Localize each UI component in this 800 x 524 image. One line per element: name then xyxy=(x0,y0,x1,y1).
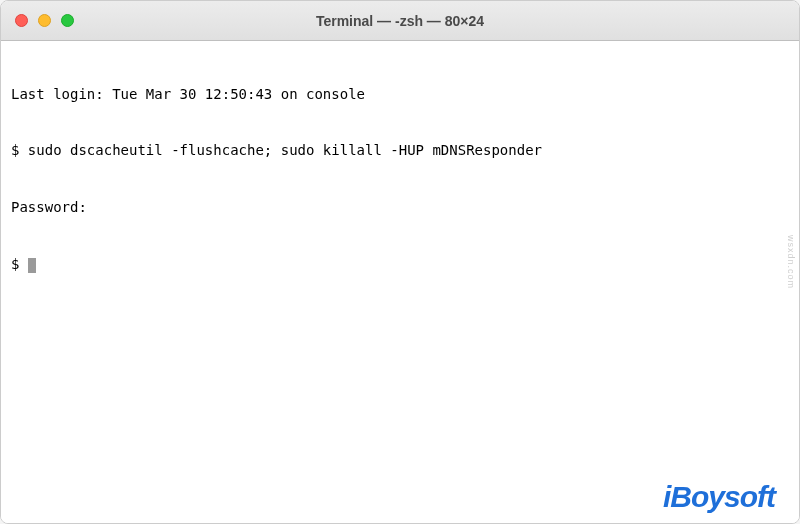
traffic-lights xyxy=(15,14,74,27)
terminal-line-prompt: $ xyxy=(11,255,789,274)
close-icon[interactable] xyxy=(15,14,28,27)
terminal-window: Terminal — -zsh — 80×24 Last login: Tue … xyxy=(0,0,800,524)
terminal-line-command: $ sudo dscacheutil -flushcache; sudo kil… xyxy=(11,141,789,160)
side-label: wsxdn.com xyxy=(786,235,796,289)
minimize-icon[interactable] xyxy=(38,14,51,27)
maximize-icon[interactable] xyxy=(61,14,74,27)
terminal-body[interactable]: Last login: Tue Mar 30 12:50:43 on conso… xyxy=(1,41,799,523)
terminal-line-last-login: Last login: Tue Mar 30 12:50:43 on conso… xyxy=(11,85,789,104)
terminal-line-password: Password: xyxy=(11,198,789,217)
cursor-icon xyxy=(28,258,36,273)
prompt-symbol: $ xyxy=(11,256,28,272)
window-title: Terminal — -zsh — 80×24 xyxy=(1,13,799,29)
watermark-logo: iBoysoft xyxy=(663,480,775,514)
window-titlebar: Terminal — -zsh — 80×24 xyxy=(1,1,799,41)
